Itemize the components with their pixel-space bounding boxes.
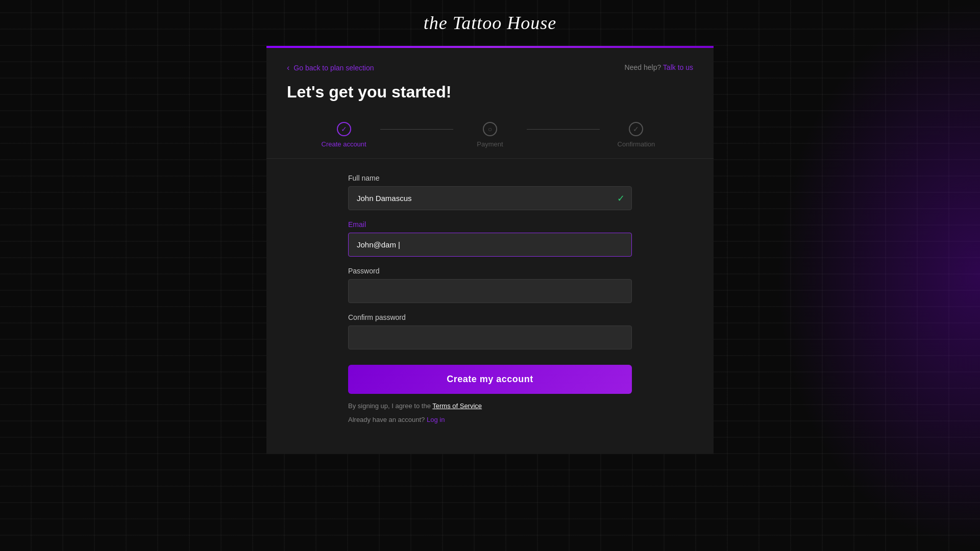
step-confirmation: ✓ Confirmation [600, 122, 673, 148]
email-input-wrapper [348, 233, 632, 257]
terms-text: By signing up, I agree to the Terms of S… [348, 402, 632, 410]
password-label: Password [348, 267, 632, 275]
fullname-group: Full name ✓ [348, 174, 632, 210]
step-1-label: Create account [322, 140, 366, 148]
confirm-password-group: Confirm password [348, 313, 632, 349]
logo: the Tattoo House [424, 12, 557, 34]
password-group: Password [348, 267, 632, 303]
create-account-button[interactable]: Create my account [348, 365, 632, 394]
top-header: the Tattoo House [0, 0, 980, 46]
form-container: Full name ✓ Email Password Confirm passw… [266, 164, 714, 434]
confirm-password-input[interactable] [348, 325, 632, 349]
terms-of-service-link[interactable]: Terms of Service [432, 402, 482, 410]
main-card: ‹ Go back to plan selection Need help? T… [266, 48, 714, 454]
email-group: Email [348, 220, 632, 257]
back-arrow-icon: ‹ [287, 63, 289, 72]
step-3-label: Confirmation [618, 140, 655, 148]
password-input[interactable] [348, 279, 632, 303]
back-link[interactable]: ‹ Go back to plan selection [287, 63, 374, 72]
stepper: ✓ Create account ○ Payment ✓ Confirmatio… [266, 112, 714, 159]
email-input[interactable] [348, 233, 632, 257]
step-1-circle: ✓ [337, 122, 351, 136]
page-title: Let's get you started! [266, 83, 714, 112]
step-line-2 [527, 129, 600, 130]
login-text: Already have an account? Log in [348, 416, 632, 423]
help-container: Need help? Talk to us [625, 63, 693, 71]
card-header: ‹ Go back to plan selection Need help? T… [266, 48, 714, 83]
email-label: Email [348, 220, 632, 229]
step-2-circle: ○ [483, 122, 497, 136]
fullname-input-wrapper: ✓ [348, 186, 632, 210]
terms-prefix: By signing up, I agree to the [348, 402, 432, 410]
login-prefix: Already have an account? [348, 416, 425, 423]
fullname-input[interactable] [348, 186, 632, 210]
login-link[interactable]: Log in [427, 416, 445, 423]
password-input-wrapper [348, 279, 632, 303]
step-create-account: ✓ Create account [307, 122, 380, 148]
confirm-password-label: Confirm password [348, 313, 632, 321]
help-text: Need help? [625, 63, 662, 71]
confirm-password-input-wrapper [348, 325, 632, 349]
fullname-label: Full name [348, 174, 632, 182]
step-2-label: Payment [477, 140, 503, 148]
talk-to-us-link[interactable]: Talk to us [663, 63, 693, 71]
step-line-1 [380, 129, 453, 130]
step-payment: ○ Payment [453, 122, 526, 148]
back-label: Go back to plan selection [293, 64, 374, 72]
fullname-check-icon: ✓ [617, 193, 625, 204]
step-3-circle: ✓ [629, 122, 643, 136]
